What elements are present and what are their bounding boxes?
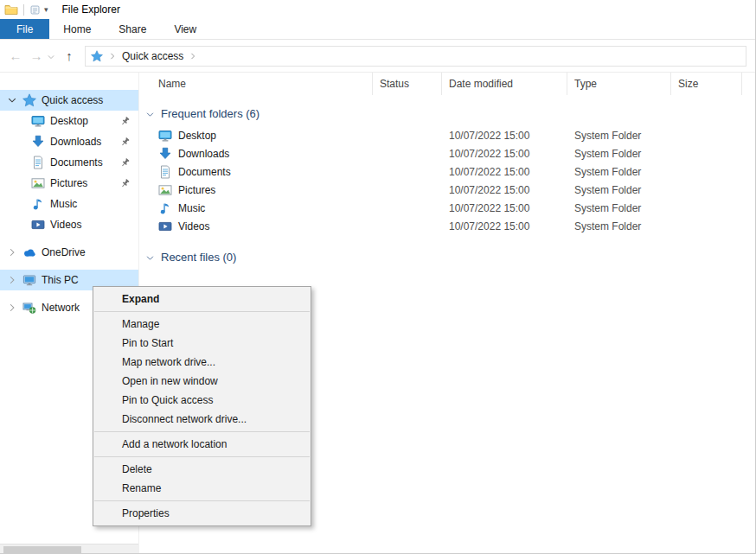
column-status[interactable]: Status	[373, 73, 442, 95]
menu-separator	[94, 431, 310, 432]
sidebar-item-music[interactable]: Music	[0, 194, 138, 214]
sidebar-horizontal-scrollbar[interactable]	[0, 544, 138, 554]
sidebar-item-label: Downloads	[50, 136, 101, 148]
desktop-icon	[31, 114, 45, 128]
menu-item-properties[interactable]: Properties	[93, 504, 311, 523]
videos-icon	[31, 218, 45, 232]
menu-item-map-network-drive[interactable]: Map network drive...	[93, 353, 311, 372]
window-title: File Explorer	[62, 3, 120, 16]
sidebar-item-label: Quick access	[42, 94, 103, 106]
sidebar-item-label: Videos	[50, 219, 81, 231]
menu-item-disconnect-network-drive[interactable]: Disconnect network drive...	[93, 410, 311, 429]
menu-item-pin-to-quick-access[interactable]: Pin to Quick access	[93, 391, 311, 410]
sidebar-item-videos[interactable]: Videos	[0, 214, 138, 235]
properties-shortcut-icon[interactable]	[29, 4, 41, 16]
quick-access-toolbar-caret-icon[interactable]: ▾	[44, 5, 48, 14]
forward-icon[interactable]: →	[26, 48, 47, 63]
pin-icon	[119, 157, 131, 169]
context-menu: Expand Manage Pin to Start Map network d…	[93, 286, 311, 526]
file-row-desktop[interactable]: Desktop 10/07/2022 15:00 System Folder	[139, 126, 755, 144]
file-name: Music	[178, 202, 205, 214]
app-folder-icon	[4, 3, 18, 16]
sidebar-item-label: Desktop	[50, 115, 88, 127]
column-headers: Name Status Date modified Type Size	[139, 73, 755, 95]
group-frequent-folders[interactable]: Frequent folders (6)	[145, 107, 755, 120]
file-explorer-window: ▾ File Explorer File Home Share View ← →…	[0, 0, 756, 554]
file-row-videos[interactable]: Videos 10/07/2022 15:00 System Folder	[139, 217, 755, 235]
menu-separator	[94, 456, 310, 457]
file-row-downloads[interactable]: Downloads 10/07/2022 15:00 System Folder	[139, 144, 755, 162]
chevron-down-icon[interactable]	[7, 95, 17, 105]
title-bar: ▾ File Explorer	[0, 0, 755, 19]
sidebar-item-label: This PC	[42, 274, 79, 286]
menu-item-add-network-location[interactable]: Add a network location	[93, 435, 311, 454]
file-name: Videos	[178, 220, 209, 232]
back-icon[interactable]: ←	[5, 48, 26, 63]
file-type: System Folder	[567, 202, 671, 214]
file-row-documents[interactable]: Documents 10/07/2022 15:00 System Folder	[139, 162, 755, 181]
chevron-right-icon[interactable]	[7, 302, 17, 313]
file-type: System Folder	[567, 130, 671, 142]
titlebar-separator	[23, 4, 24, 16]
this-pc-icon	[22, 273, 36, 287]
menu-item-rename[interactable]: Rename	[93, 479, 311, 498]
sidebar-item-downloads[interactable]: Downloads	[0, 131, 138, 152]
network-icon	[22, 301, 36, 315]
column-name[interactable]: Name	[139, 73, 373, 95]
sidebar-item-label: Music	[50, 198, 77, 210]
menu-item-delete[interactable]: Delete	[93, 460, 311, 479]
sidebar-item-label: Pictures	[50, 177, 87, 189]
sidebar-item-documents[interactable]: Documents	[0, 152, 138, 173]
navigation-bar: ← → ↑ Quick access	[0, 40, 755, 73]
chevron-right-icon[interactable]	[7, 247, 17, 258]
sidebar-item-onedrive[interactable]: OneDrive	[0, 242, 138, 263]
documents-icon	[31, 156, 45, 169]
column-size[interactable]: Size	[671, 73, 742, 95]
file-date-modified: 10/07/2022 15:00	[442, 166, 567, 178]
pin-icon	[119, 137, 131, 148]
chevron-right-icon[interactable]	[7, 275, 17, 285]
pin-icon	[119, 178, 131, 189]
scrollbar-thumb[interactable]	[3, 546, 81, 553]
breadcrumb[interactable]: Quick access	[122, 50, 183, 62]
sidebar-item-quick-access[interactable]: Quick access	[0, 90, 138, 111]
group-recent-files[interactable]: Recent files (0)	[145, 251, 755, 264]
file-row-pictures[interactable]: Pictures 10/07/2022 15:00 System Folder	[139, 181, 755, 199]
tab-home[interactable]: Home	[49, 19, 105, 39]
menu-item-manage[interactable]: Manage	[93, 315, 311, 334]
sidebar-item-desktop[interactable]: Desktop	[0, 111, 138, 131]
file-date-modified: 10/07/2022 15:00	[442, 220, 567, 232]
group-label: Recent files (0)	[161, 251, 236, 264]
sidebar-item-pictures[interactable]: Pictures	[0, 173, 138, 194]
tab-share[interactable]: Share	[105, 19, 160, 39]
address-bar[interactable]: Quick access	[85, 46, 746, 67]
file-date-modified: 10/07/2022 15:00	[442, 202, 567, 214]
music-icon	[31, 197, 45, 211]
menu-item-pin-to-start[interactable]: Pin to Start	[93, 334, 311, 353]
documents-icon	[158, 165, 172, 179]
chevron-right-icon[interactable]	[189, 52, 197, 60]
file-date-modified: 10/07/2022 15:00	[442, 130, 567, 142]
music-icon	[158, 201, 172, 215]
file-type: System Folder	[567, 220, 671, 232]
menu-separator	[94, 311, 310, 312]
sidebar-item-label: OneDrive	[42, 246, 86, 258]
tab-file[interactable]: File	[0, 19, 49, 39]
chevron-right-icon[interactable]	[108, 52, 117, 60]
menu-item-open-in-new-window[interactable]: Open in new window	[93, 372, 311, 391]
column-date-modified[interactable]: Date modified	[442, 73, 567, 95]
file-type: System Folder	[567, 184, 671, 196]
file-name: Pictures	[178, 184, 215, 196]
file-type: System Folder	[567, 148, 671, 160]
file-row-music[interactable]: Music 10/07/2022 15:00 System Folder	[139, 199, 755, 217]
tab-view[interactable]: View	[160, 19, 210, 39]
up-icon[interactable]: ↑	[59, 48, 80, 63]
chevron-down-icon[interactable]	[145, 253, 155, 263]
file-name: Desktop	[178, 130, 216, 142]
quick-access-star-icon	[91, 50, 103, 62]
menu-item-expand[interactable]: Expand	[93, 290, 311, 309]
menu-separator	[94, 500, 310, 501]
chevron-down-icon[interactable]	[145, 110, 155, 119]
recent-locations-chevron-icon[interactable]	[47, 53, 55, 61]
column-type[interactable]: Type	[567, 73, 671, 95]
